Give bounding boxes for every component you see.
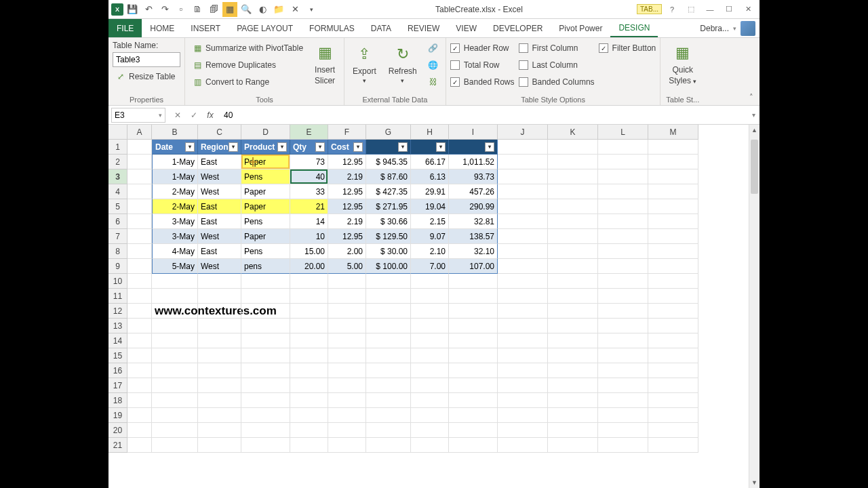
qat-icon[interactable]: 🔍 [239,2,254,17]
cell[interactable] [598,423,648,438]
cell[interactable] [198,319,241,333]
cell[interactable] [648,378,698,393]
cell[interactable]: ▾ [366,140,411,155]
filter-dropdown-icon[interactable]: ▾ [353,142,363,152]
cell[interactable] [366,333,411,348]
cell[interactable] [127,244,152,259]
cell[interactable] [598,214,648,229]
cell[interactable] [198,304,241,319]
row-header[interactable]: 9 [108,259,127,274]
cell[interactable] [198,423,241,438]
cell[interactable] [548,259,598,274]
table-name-input[interactable] [113,52,180,67]
cell[interactable] [548,438,598,453]
qat-icon[interactable]: 📁 [271,2,286,17]
cell[interactable] [598,169,648,184]
cell[interactable] [449,274,498,289]
cell[interactable]: Date▾ [152,140,198,155]
cell[interactable] [290,378,328,393]
cell[interactable]: 138.57 [449,229,498,244]
cell[interactable] [548,184,598,199]
qat-icon[interactable]: 🗎 [190,2,205,17]
cell[interactable]: 10 [290,229,328,244]
qat-icon[interactable]: ▫ [174,2,189,17]
cell[interactable]: 9.07 [411,229,449,244]
row-header[interactable]: 12 [108,304,127,319]
column-header[interactable]: K [548,125,598,140]
cell[interactable] [290,274,328,289]
cell[interactable] [598,319,648,333]
cell[interactable] [198,438,241,453]
cell[interactable] [548,169,598,184]
cell[interactable] [152,378,198,393]
cell[interactable] [152,333,198,348]
cell[interactable] [152,319,198,333]
cell[interactable] [648,214,698,229]
cell[interactable] [598,289,648,304]
banded-columns-checkbox[interactable]: Banded Columns [519,75,595,89]
cell[interactable] [127,423,152,438]
banded-rows-checkbox[interactable]: Banded Rows [450,75,515,89]
unlink-button[interactable]: ⛓ [425,75,441,89]
cell[interactable] [241,363,290,378]
name-box[interactable]: E3▾ [111,108,165,123]
cell[interactable]: Region▾ [198,140,241,155]
cell[interactable]: 2.19 [328,169,366,184]
cell[interactable] [548,155,598,169]
tab-home[interactable]: HOME [142,19,182,37]
cell[interactable]: 29.91 [411,184,449,199]
cell[interactable] [449,289,498,304]
cell[interactable] [648,244,698,259]
cell[interactable] [498,363,548,378]
row-header[interactable]: 5 [108,199,127,214]
user-name[interactable]: Debra... [700,24,729,33]
column-header[interactable]: B [152,125,198,140]
cell[interactable] [152,438,198,453]
cell[interactable]: Paper [241,199,290,214]
cell[interactable]: 4-May [152,244,198,259]
undo-icon[interactable]: ↶ [141,2,156,17]
cell[interactable] [127,408,152,423]
cell[interactable] [366,438,411,453]
cell[interactable] [241,289,290,304]
cell[interactable] [648,274,698,289]
cell[interactable] [290,319,328,333]
cell[interactable] [648,348,698,363]
cell[interactable] [498,184,548,199]
cell[interactable] [548,140,598,155]
cell[interactable]: $ 945.35 [366,155,411,169]
cell[interactable] [548,214,598,229]
column-header[interactable]: F [328,125,366,140]
cell[interactable]: East [198,214,241,229]
cell[interactable] [498,348,548,363]
cell[interactable]: ▾ [411,140,449,155]
cell[interactable] [548,333,598,348]
expand-formula-bar-icon[interactable]: ▾ [747,111,760,119]
qat-dropdown-icon[interactable]: ▾ [304,2,319,17]
cell[interactable] [598,259,648,274]
column-header[interactable]: A [127,125,152,140]
cell[interactable] [290,393,328,408]
row-header[interactable]: 10 [108,274,127,289]
select-all-corner[interactable] [108,125,127,140]
cell[interactable] [127,155,152,169]
filter-button-checkbox[interactable]: Filter Button [599,41,656,56]
cell[interactable]: 3-May [152,214,198,229]
row-header[interactable]: 4 [108,184,127,199]
cell[interactable] [498,438,548,453]
cell[interactable] [548,408,598,423]
cell[interactable]: $ 87.60 [366,169,411,184]
row-header[interactable]: 17 [108,378,127,393]
cell[interactable] [366,348,411,363]
vertical-scrollbar[interactable]: ▲ ▼ [749,125,760,488]
cell[interactable]: 1-May [152,169,198,184]
cell[interactable] [198,348,241,363]
cell[interactable] [241,438,290,453]
cell[interactable] [241,348,290,363]
row-header[interactable]: 3 [108,169,127,184]
cell[interactable] [328,274,366,289]
enter-formula-icon[interactable]: ✓ [186,108,202,123]
tab-review[interactable]: REVIEW [399,19,448,37]
cell[interactable] [498,155,548,169]
cell[interactable] [598,155,648,169]
